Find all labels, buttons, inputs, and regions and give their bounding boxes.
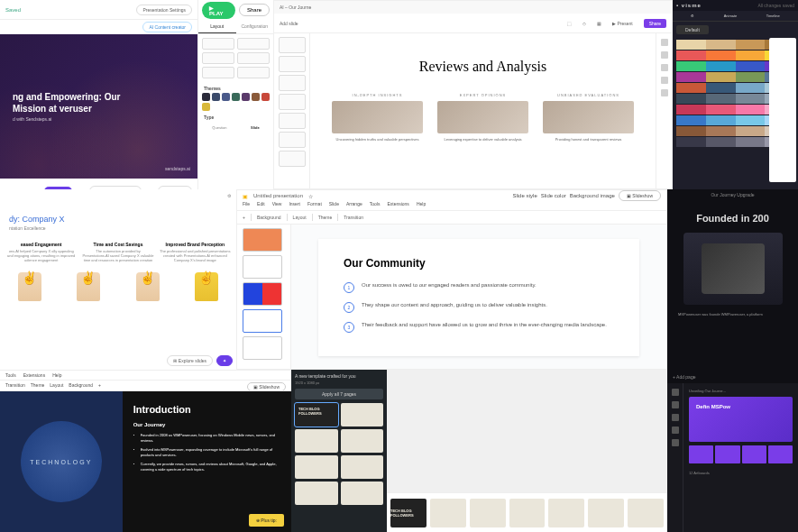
tool-icon[interactable] bbox=[672, 389, 679, 396]
template-thumb[interactable] bbox=[295, 482, 338, 505]
strip-thumb[interactable] bbox=[588, 499, 624, 527]
explore-slides-btn[interactable]: ⊞ Explore slides bbox=[167, 355, 213, 366]
slideshow-btn[interactable]: ▣ Slideshow bbox=[619, 190, 661, 201]
thumb[interactable] bbox=[243, 282, 282, 306]
menu-item[interactable]: Arrange bbox=[346, 201, 362, 210]
thumb[interactable] bbox=[279, 75, 306, 91]
menu-item[interactable]: Extensions bbox=[387, 201, 408, 210]
tool-icon[interactable] bbox=[661, 64, 668, 71]
toolbar-btn[interactable]: + bbox=[243, 215, 245, 220]
ai-btn[interactable]: ✦ bbox=[216, 355, 233, 366]
thumb[interactable] bbox=[279, 56, 306, 72]
toolbar-btn[interactable]: Theme bbox=[318, 215, 333, 220]
menu-item[interactable]: Tools bbox=[5, 372, 16, 378]
menu-item[interactable]: File bbox=[243, 201, 250, 210]
tool-icon[interactable] bbox=[672, 439, 679, 446]
thumb[interactable] bbox=[768, 445, 793, 463]
doc-name[interactable]: Untitled presentation bbox=[253, 193, 303, 198]
thumb[interactable] bbox=[742, 445, 766, 463]
photo-icon[interactable]: ⬚ bbox=[567, 21, 572, 26]
template-thumb[interactable] bbox=[341, 482, 384, 505]
strip-thumb[interactable] bbox=[470, 499, 506, 527]
menu-item[interactable]: Extensions bbox=[23, 372, 45, 378]
tool-icon[interactable] bbox=[661, 51, 668, 59]
toolbar-btn[interactable]: Transition bbox=[344, 215, 363, 220]
template-thumb[interactable]: TECH BLOG FOLLOWERS bbox=[295, 403, 338, 427]
menu-item[interactable]: View bbox=[272, 201, 282, 210]
tool-icon[interactable] bbox=[661, 89, 668, 96]
menu-item[interactable]: Insert bbox=[289, 201, 300, 210]
theme-swatch[interactable] bbox=[202, 103, 210, 111]
presentation-settings-btn[interactable]: Presentation Settings bbox=[136, 5, 192, 15]
slide-canvas[interactable]: ng and Empowering: Our Mission at veruse… bbox=[0, 34, 197, 179]
bg-btn[interactable]: Background image bbox=[570, 193, 615, 198]
thumb[interactable] bbox=[243, 336, 282, 360]
template-thumb[interactable] bbox=[341, 455, 384, 479]
slide[interactable]: Our Community 1Our success is owed to ou… bbox=[318, 239, 639, 356]
thumb[interactable] bbox=[243, 255, 282, 279]
share-btn[interactable]: Share bbox=[239, 4, 270, 16]
layout-option[interactable] bbox=[202, 38, 234, 50]
timeline-btn[interactable]: Timeline bbox=[766, 14, 780, 18]
menu-item[interactable]: Format bbox=[307, 201, 322, 210]
thumb[interactable] bbox=[279, 132, 306, 148]
toolbar-btn[interactable]: + bbox=[98, 382, 101, 391]
theme-swatch[interactable] bbox=[252, 93, 260, 101]
menu-item[interactable]: Help bbox=[417, 201, 426, 210]
play-btn[interactable]: ▶ PLAY bbox=[202, 2, 235, 19]
thumb[interactable] bbox=[243, 228, 282, 252]
media-icon[interactable]: ▦ bbox=[597, 21, 601, 26]
present-btn[interactable]: ▶ Present bbox=[612, 21, 633, 26]
thumb[interactable] bbox=[279, 37, 306, 53]
toolbar-btn[interactable]: Layout bbox=[50, 382, 63, 391]
visme-canvas[interactable] bbox=[769, 38, 796, 182]
intro-slide[interactable]: TECHNOLOGY Introduction Our Journey Foun… bbox=[0, 391, 291, 532]
shape-icon[interactable]: ◇ bbox=[582, 21, 586, 26]
toolbar-btn[interactable]: Layout bbox=[293, 215, 307, 220]
thumb[interactable] bbox=[279, 113, 306, 129]
type-slide[interactable]: Slide bbox=[251, 125, 260, 130]
theme-swatch[interactable] bbox=[202, 93, 210, 101]
layout-option[interactable] bbox=[202, 67, 234, 78]
tool-icon[interactable] bbox=[672, 401, 679, 408]
theme-swatch[interactable] bbox=[212, 93, 220, 101]
tab-config[interactable]: Configuration bbox=[236, 20, 274, 33]
slideshow-btn[interactable]: ▣ Slideshow bbox=[247, 382, 286, 391]
strip-thumb[interactable] bbox=[548, 499, 584, 527]
theme-swatch[interactable] bbox=[242, 93, 250, 101]
toolbar-btn[interactable]: Transition bbox=[5, 382, 25, 391]
add-page-btn[interactable]: + Add page bbox=[673, 374, 695, 380]
menu-item[interactable]: Tools bbox=[370, 201, 381, 210]
slide-canvas[interactable]: Reviews and Analysis IN-DEPTH INSIGHTSUn… bbox=[310, 33, 656, 189]
settings-icon[interactable]: ⚙ bbox=[227, 193, 231, 198]
layout-option[interactable] bbox=[237, 67, 270, 78]
menu-item[interactable]: Slide bbox=[329, 201, 339, 210]
template-thumb[interactable] bbox=[295, 455, 338, 479]
theme-swatch[interactable] bbox=[261, 93, 270, 101]
style-btn[interactable]: Slide style bbox=[512, 193, 537, 198]
template-thumb[interactable] bbox=[341, 403, 384, 427]
theme-swatch[interactable] bbox=[232, 93, 240, 101]
menu-item[interactable]: Edit bbox=[257, 201, 265, 210]
strip-thumb[interactable]: TECH BLOG FOLLOWERS bbox=[390, 499, 427, 527]
strip-thumb[interactable] bbox=[628, 499, 664, 527]
toolbar-btn[interactable]: Theme bbox=[31, 382, 45, 391]
tool-icon[interactable] bbox=[672, 427, 679, 434]
settings-icon[interactable]: ⚙ bbox=[691, 14, 694, 18]
thumb[interactable] bbox=[689, 445, 713, 463]
type-question[interactable]: Question bbox=[212, 125, 226, 130]
layout-option[interactable] bbox=[202, 52, 234, 64]
layout-option[interactable] bbox=[237, 52, 270, 64]
theme-swatch[interactable] bbox=[222, 93, 230, 101]
tab-layout[interactable]: Layout bbox=[198, 20, 236, 33]
apply-all-btn[interactable]: Apply all 7 pages bbox=[295, 389, 383, 399]
tool-icon[interactable] bbox=[661, 39, 668, 46]
star-icon[interactable]: ☆ bbox=[308, 193, 313, 199]
add-slide-btn[interactable]: Add slide bbox=[280, 21, 298, 26]
color-btn[interactable]: Slide color bbox=[541, 193, 566, 198]
tool-icon[interactable] bbox=[672, 414, 679, 421]
layout-option[interactable] bbox=[237, 38, 270, 50]
tool-icon[interactable] bbox=[661, 77, 668, 84]
ai-creator-btn[interactable]: AI Content creator bbox=[142, 22, 192, 32]
toolbar-btn[interactable]: Background bbox=[69, 382, 93, 391]
